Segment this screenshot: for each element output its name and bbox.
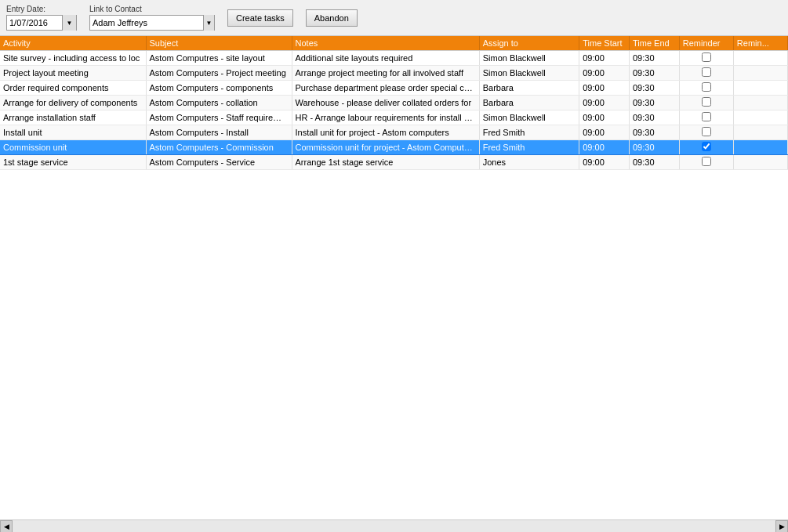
cell-subject: Astom Computers - Commission (146, 140, 292, 155)
cell-time_start: 09:00 (579, 81, 630, 96)
cell-reminder[interactable] (679, 155, 733, 170)
cell-notes: Arrange 1st stage service (292, 155, 479, 170)
cell-activity: Project layout meeting (0, 66, 146, 81)
col-header-subject: Subject (146, 36, 292, 51)
reminder-checkbox[interactable] (702, 97, 711, 107)
reminder-checkbox[interactable] (702, 157, 711, 166)
cell-notes: Additional site layouts required (292, 51, 479, 66)
link-to-contact-label: Link to Contact (89, 5, 215, 13)
cell-reminder[interactable] (679, 81, 733, 96)
contact-input[interactable] (90, 18, 203, 27)
cell-activity: Commission unit (0, 140, 146, 155)
top-bar: Entry Date: ▼ Link to Contact ▼ Create t… (0, 0, 788, 36)
cell-activity: 1st stage service (0, 155, 146, 170)
cell-reminder[interactable] (679, 51, 733, 66)
contact-field[interactable]: ▼ (89, 15, 215, 31)
cell-subject: Astom Computers - components (146, 81, 292, 96)
table-header-row: Activity Subject Notes Assign to Time St… (0, 36, 788, 51)
col-header-reminder: Reminder (679, 36, 733, 51)
abandon-button[interactable]: Abandon (306, 9, 358, 27)
table-row[interactable]: Commission unitAstom Computers - Commiss… (0, 140, 788, 155)
cell-remin2 (733, 125, 787, 140)
horizontal-scrollbar: ◀ ▶ (0, 519, 788, 532)
cell-time_end: 09:30 (630, 155, 680, 170)
cell-assign_to: Simon Blackwell (479, 51, 579, 66)
cell-reminder[interactable] (679, 125, 733, 140)
cell-time_end: 09:30 (630, 140, 680, 155)
entry-date-label: Entry Date: (6, 5, 77, 13)
cell-assign_to: Simon Blackwell (479, 66, 579, 81)
cell-remin2 (733, 81, 787, 96)
main-window: Entry Date: ▼ Link to Contact ▼ Create t… (0, 0, 788, 532)
cell-reminder[interactable] (679, 66, 733, 81)
cell-subject: Astom Computers - Staff requiremen (146, 110, 292, 125)
cell-time_start: 09:00 (579, 125, 630, 140)
table-row[interactable]: Arrange installation staffAstom Computer… (0, 110, 788, 125)
activity-table: Activity Subject Notes Assign to Time St… (0, 36, 788, 170)
reminder-checkbox[interactable] (702, 112, 711, 121)
cell-time_start: 09:00 (579, 51, 630, 66)
cell-time_end: 09:30 (630, 110, 680, 125)
cell-remin2 (733, 140, 787, 155)
cell-time_end: 09:30 (630, 96, 680, 110)
col-header-remin2: Remin... (733, 36, 787, 51)
create-tasks-button[interactable]: Create tasks (227, 9, 293, 27)
reminder-checkbox[interactable] (702, 67, 711, 77)
cell-subject: Astom Computres - site layout (146, 51, 292, 66)
cell-notes: HR - Arrange labour requirements for ins… (292, 110, 479, 125)
cell-remin2 (733, 110, 787, 125)
entry-date-input[interactable] (7, 18, 62, 27)
cell-subject: Astom Computers - collation (146, 96, 292, 110)
cell-assign_to: Fred Smith (479, 125, 579, 140)
cell-notes: Install unit for project - Astom compute… (292, 125, 479, 140)
cell-activity: Order required components (0, 81, 146, 96)
cell-remin2 (733, 51, 787, 66)
cell-assign_to: Fred Smith (479, 140, 579, 155)
cell-activity: Site survey - including access to loc (0, 51, 146, 66)
cell-time_end: 09:30 (630, 125, 680, 140)
table-row[interactable]: Install unitAstom Computers - InstallIns… (0, 125, 788, 140)
entry-date-group: Entry Date: ▼ (6, 5, 77, 31)
entry-date-dropdown-icon[interactable]: ▼ (62, 15, 76, 31)
col-header-time-end: Time End (630, 36, 680, 51)
cell-reminder[interactable] (679, 110, 733, 125)
table-row[interactable]: Site survey - including access to locAst… (0, 51, 788, 66)
cell-notes: Commission unit for project - Astom Comp… (292, 140, 479, 155)
table-row[interactable]: 1st stage serviceAstom Computers - Servi… (0, 155, 788, 170)
col-header-time-start: Time Start (579, 36, 630, 51)
cell-remin2 (733, 96, 787, 110)
cell-notes: Purchase department please order special… (292, 81, 479, 96)
cell-assign_to: Jones (479, 155, 579, 170)
entry-date-field[interactable]: ▼ (6, 15, 77, 31)
cell-time_end: 09:30 (630, 81, 680, 96)
table-row[interactable]: Order required componentsAstom Computers… (0, 81, 788, 96)
cell-subject: Astom Computers - Install (146, 125, 292, 140)
table-row[interactable]: Arrange for delivery of componentsAstom … (0, 96, 788, 110)
table-body: Site survey - including access to locAst… (0, 51, 788, 170)
col-header-assign: Assign to (479, 36, 579, 51)
reminder-checkbox[interactable] (702, 127, 711, 136)
scroll-right-button[interactable]: ▶ (775, 520, 788, 533)
cell-time_end: 09:30 (630, 66, 680, 81)
table-container: Activity Subject Notes Assign to Time St… (0, 36, 788, 519)
scroll-track[interactable] (13, 520, 775, 532)
cell-remin2 (733, 155, 787, 170)
cell-reminder[interactable] (679, 96, 733, 110)
cell-time_start: 09:00 (579, 140, 630, 155)
cell-remin2 (733, 66, 787, 81)
contact-dropdown-icon[interactable]: ▼ (203, 15, 214, 31)
cell-time_end: 09:30 (630, 51, 680, 66)
reminder-checkbox[interactable] (702, 52, 711, 62)
reminder-checkbox[interactable] (702, 142, 711, 151)
cell-activity: Arrange for delivery of components (0, 96, 146, 110)
cell-assign_to: Simon Blackwell (479, 110, 579, 125)
scroll-left-button[interactable]: ◀ (0, 520, 13, 533)
cell-reminder[interactable] (679, 140, 733, 155)
table-row[interactable]: Project layout meetingAstom Computers - … (0, 66, 788, 81)
cell-subject: Astom Computers - Project meeting (146, 66, 292, 81)
cell-notes: Warehouse - please deliver collated orde… (292, 96, 479, 110)
cell-notes: Arrange project meeting for all involved… (292, 66, 479, 81)
cell-time_start: 09:00 (579, 96, 630, 110)
cell-time_start: 09:00 (579, 110, 630, 125)
reminder-checkbox[interactable] (702, 82, 711, 92)
